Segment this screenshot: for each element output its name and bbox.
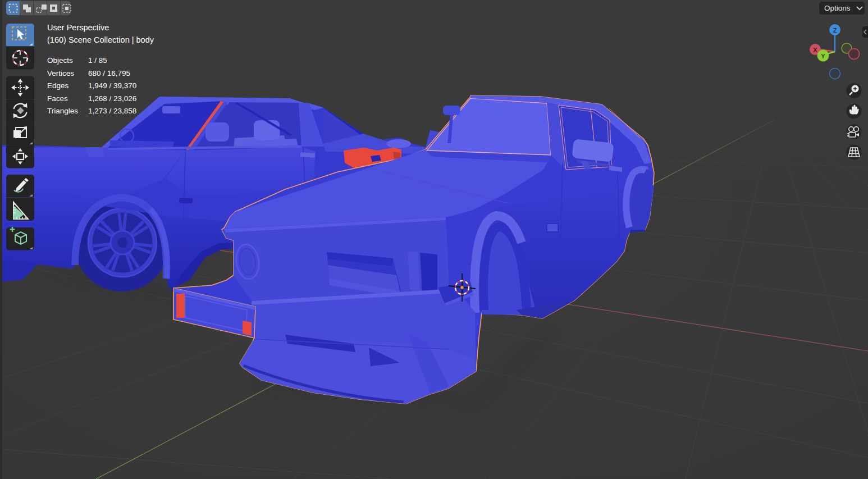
svg-text:Objects: Objects xyxy=(47,56,73,65)
svg-text:Triangles: Triangles xyxy=(47,107,78,115)
svg-text:1,949 / 39,370: 1,949 / 39,370 xyxy=(88,81,136,90)
svg-text:Vertices: Vertices xyxy=(47,69,74,77)
svg-text:User Perspective: User Perspective xyxy=(47,23,109,32)
svg-text:1,273 / 23,858: 1,273 / 23,858 xyxy=(88,107,136,115)
svg-text:Faces: Faces xyxy=(47,94,68,103)
svg-text:Y: Y xyxy=(821,53,825,60)
svg-text:(160) Scene Collection | body: (160) Scene Collection | body xyxy=(47,35,154,44)
svg-text:1,268 / 23,026: 1,268 / 23,026 xyxy=(88,94,136,103)
svg-text:X: X xyxy=(813,47,817,53)
svg-text:Z: Z xyxy=(833,27,837,34)
svg-text:Options: Options xyxy=(824,4,851,12)
svg-text:680 / 16,795: 680 / 16,795 xyxy=(88,69,130,77)
svg-text:1 / 85: 1 / 85 xyxy=(88,56,107,65)
svg-text:Edges: Edges xyxy=(47,81,69,90)
